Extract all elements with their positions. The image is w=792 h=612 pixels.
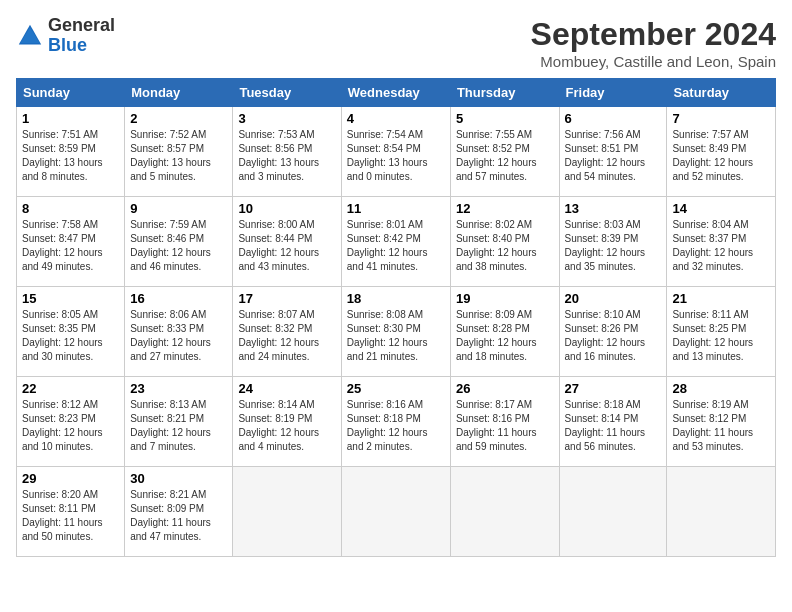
day-info: Sunrise: 8:06 AMSunset: 8:33 PMDaylight:… bbox=[130, 308, 227, 364]
calendar-cell: 18Sunrise: 8:08 AMSunset: 8:30 PMDayligh… bbox=[341, 287, 450, 377]
day-info: Sunrise: 8:11 AMSunset: 8:25 PMDaylight:… bbox=[672, 308, 770, 364]
calendar-cell: 9Sunrise: 7:59 AMSunset: 8:46 PMDaylight… bbox=[125, 197, 233, 287]
calendar-cell: 26Sunrise: 8:17 AMSunset: 8:16 PMDayligh… bbox=[450, 377, 559, 467]
header: GeneralBlue September 2024 Mombuey, Cast… bbox=[16, 16, 776, 70]
day-info: Sunrise: 7:53 AMSunset: 8:56 PMDaylight:… bbox=[238, 128, 335, 184]
day-number: 12 bbox=[456, 201, 554, 216]
day-number: 15 bbox=[22, 291, 119, 306]
day-info: Sunrise: 8:09 AMSunset: 8:28 PMDaylight:… bbox=[456, 308, 554, 364]
day-number: 1 bbox=[22, 111, 119, 126]
day-info: Sunrise: 8:00 AMSunset: 8:44 PMDaylight:… bbox=[238, 218, 335, 274]
calendar-cell: 23Sunrise: 8:13 AMSunset: 8:21 PMDayligh… bbox=[125, 377, 233, 467]
day-number: 24 bbox=[238, 381, 335, 396]
calendar-cell: 21Sunrise: 8:11 AMSunset: 8:25 PMDayligh… bbox=[667, 287, 776, 377]
calendar-cell: 8Sunrise: 7:58 AMSunset: 8:47 PMDaylight… bbox=[17, 197, 125, 287]
calendar-cell: 29Sunrise: 8:20 AMSunset: 8:11 PMDayligh… bbox=[17, 467, 125, 557]
weekday-header-wednesday: Wednesday bbox=[341, 79, 450, 107]
month-title: September 2024 bbox=[531, 16, 776, 53]
calendar-cell: 1Sunrise: 7:51 AMSunset: 8:59 PMDaylight… bbox=[17, 107, 125, 197]
day-info: Sunrise: 7:52 AMSunset: 8:57 PMDaylight:… bbox=[130, 128, 227, 184]
day-number: 20 bbox=[565, 291, 662, 306]
calendar-cell: 2Sunrise: 7:52 AMSunset: 8:57 PMDaylight… bbox=[125, 107, 233, 197]
day-info: Sunrise: 8:21 AMSunset: 8:09 PMDaylight:… bbox=[130, 488, 227, 544]
calendar-cell: 17Sunrise: 8:07 AMSunset: 8:32 PMDayligh… bbox=[233, 287, 341, 377]
calendar-cell: 15Sunrise: 8:05 AMSunset: 8:35 PMDayligh… bbox=[17, 287, 125, 377]
day-info: Sunrise: 8:19 AMSunset: 8:12 PMDaylight:… bbox=[672, 398, 770, 454]
day-number: 6 bbox=[565, 111, 662, 126]
logo-text: GeneralBlue bbox=[48, 16, 115, 56]
calendar-cell bbox=[341, 467, 450, 557]
title-area: September 2024 Mombuey, Castille and Leo… bbox=[531, 16, 776, 70]
weekday-header-row: SundayMondayTuesdayWednesdayThursdayFrid… bbox=[17, 79, 776, 107]
day-number: 14 bbox=[672, 201, 770, 216]
day-info: Sunrise: 7:59 AMSunset: 8:46 PMDaylight:… bbox=[130, 218, 227, 274]
day-number: 26 bbox=[456, 381, 554, 396]
day-info: Sunrise: 8:07 AMSunset: 8:32 PMDaylight:… bbox=[238, 308, 335, 364]
calendar-cell: 6Sunrise: 7:56 AMSunset: 8:51 PMDaylight… bbox=[559, 107, 667, 197]
calendar-cell: 10Sunrise: 8:00 AMSunset: 8:44 PMDayligh… bbox=[233, 197, 341, 287]
calendar-cell: 28Sunrise: 8:19 AMSunset: 8:12 PMDayligh… bbox=[667, 377, 776, 467]
weekday-header-saturday: Saturday bbox=[667, 79, 776, 107]
day-info: Sunrise: 8:05 AMSunset: 8:35 PMDaylight:… bbox=[22, 308, 119, 364]
calendar-cell: 16Sunrise: 8:06 AMSunset: 8:33 PMDayligh… bbox=[125, 287, 233, 377]
day-number: 21 bbox=[672, 291, 770, 306]
week-row-2: 8Sunrise: 7:58 AMSunset: 8:47 PMDaylight… bbox=[17, 197, 776, 287]
week-row-4: 22Sunrise: 8:12 AMSunset: 8:23 PMDayligh… bbox=[17, 377, 776, 467]
logo: GeneralBlue bbox=[16, 16, 115, 56]
weekday-header-tuesday: Tuesday bbox=[233, 79, 341, 107]
calendar-cell: 13Sunrise: 8:03 AMSunset: 8:39 PMDayligh… bbox=[559, 197, 667, 287]
day-number: 18 bbox=[347, 291, 445, 306]
subtitle: Mombuey, Castille and Leon, Spain bbox=[531, 53, 776, 70]
day-number: 9 bbox=[130, 201, 227, 216]
day-info: Sunrise: 8:08 AMSunset: 8:30 PMDaylight:… bbox=[347, 308, 445, 364]
day-number: 25 bbox=[347, 381, 445, 396]
day-number: 27 bbox=[565, 381, 662, 396]
calendar-cell: 22Sunrise: 8:12 AMSunset: 8:23 PMDayligh… bbox=[17, 377, 125, 467]
calendar-cell: 12Sunrise: 8:02 AMSunset: 8:40 PMDayligh… bbox=[450, 197, 559, 287]
day-number: 2 bbox=[130, 111, 227, 126]
day-info: Sunrise: 7:51 AMSunset: 8:59 PMDaylight:… bbox=[22, 128, 119, 184]
calendar-cell: 4Sunrise: 7:54 AMSunset: 8:54 PMDaylight… bbox=[341, 107, 450, 197]
calendar-cell: 25Sunrise: 8:16 AMSunset: 8:18 PMDayligh… bbox=[341, 377, 450, 467]
day-info: Sunrise: 7:54 AMSunset: 8:54 PMDaylight:… bbox=[347, 128, 445, 184]
calendar-cell: 19Sunrise: 8:09 AMSunset: 8:28 PMDayligh… bbox=[450, 287, 559, 377]
calendar-cell bbox=[233, 467, 341, 557]
day-number: 7 bbox=[672, 111, 770, 126]
day-number: 19 bbox=[456, 291, 554, 306]
day-info: Sunrise: 8:16 AMSunset: 8:18 PMDaylight:… bbox=[347, 398, 445, 454]
calendar-cell: 7Sunrise: 7:57 AMSunset: 8:49 PMDaylight… bbox=[667, 107, 776, 197]
day-info: Sunrise: 8:01 AMSunset: 8:42 PMDaylight:… bbox=[347, 218, 445, 274]
weekday-header-thursday: Thursday bbox=[450, 79, 559, 107]
calendar-cell: 11Sunrise: 8:01 AMSunset: 8:42 PMDayligh… bbox=[341, 197, 450, 287]
weekday-header-friday: Friday bbox=[559, 79, 667, 107]
calendar-cell: 24Sunrise: 8:14 AMSunset: 8:19 PMDayligh… bbox=[233, 377, 341, 467]
day-number: 30 bbox=[130, 471, 227, 486]
day-info: Sunrise: 7:57 AMSunset: 8:49 PMDaylight:… bbox=[672, 128, 770, 184]
day-number: 3 bbox=[238, 111, 335, 126]
calendar-cell: 30Sunrise: 8:21 AMSunset: 8:09 PMDayligh… bbox=[125, 467, 233, 557]
day-info: Sunrise: 8:02 AMSunset: 8:40 PMDaylight:… bbox=[456, 218, 554, 274]
day-info: Sunrise: 8:03 AMSunset: 8:39 PMDaylight:… bbox=[565, 218, 662, 274]
day-number: 11 bbox=[347, 201, 445, 216]
calendar-cell bbox=[450, 467, 559, 557]
logo-icon bbox=[16, 22, 44, 50]
day-number: 10 bbox=[238, 201, 335, 216]
week-row-1: 1Sunrise: 7:51 AMSunset: 8:59 PMDaylight… bbox=[17, 107, 776, 197]
day-info: Sunrise: 8:17 AMSunset: 8:16 PMDaylight:… bbox=[456, 398, 554, 454]
weekday-header-sunday: Sunday bbox=[17, 79, 125, 107]
day-info: Sunrise: 8:10 AMSunset: 8:26 PMDaylight:… bbox=[565, 308, 662, 364]
day-number: 23 bbox=[130, 381, 227, 396]
day-number: 16 bbox=[130, 291, 227, 306]
day-info: Sunrise: 8:04 AMSunset: 8:37 PMDaylight:… bbox=[672, 218, 770, 274]
day-info: Sunrise: 8:18 AMSunset: 8:14 PMDaylight:… bbox=[565, 398, 662, 454]
day-number: 13 bbox=[565, 201, 662, 216]
day-info: Sunrise: 7:56 AMSunset: 8:51 PMDaylight:… bbox=[565, 128, 662, 184]
calendar-cell: 14Sunrise: 8:04 AMSunset: 8:37 PMDayligh… bbox=[667, 197, 776, 287]
day-number: 29 bbox=[22, 471, 119, 486]
day-info: Sunrise: 8:14 AMSunset: 8:19 PMDaylight:… bbox=[238, 398, 335, 454]
calendar-cell: 27Sunrise: 8:18 AMSunset: 8:14 PMDayligh… bbox=[559, 377, 667, 467]
day-info: Sunrise: 7:58 AMSunset: 8:47 PMDaylight:… bbox=[22, 218, 119, 274]
day-info: Sunrise: 8:13 AMSunset: 8:21 PMDaylight:… bbox=[130, 398, 227, 454]
svg-marker-1 bbox=[20, 27, 40, 42]
day-number: 5 bbox=[456, 111, 554, 126]
